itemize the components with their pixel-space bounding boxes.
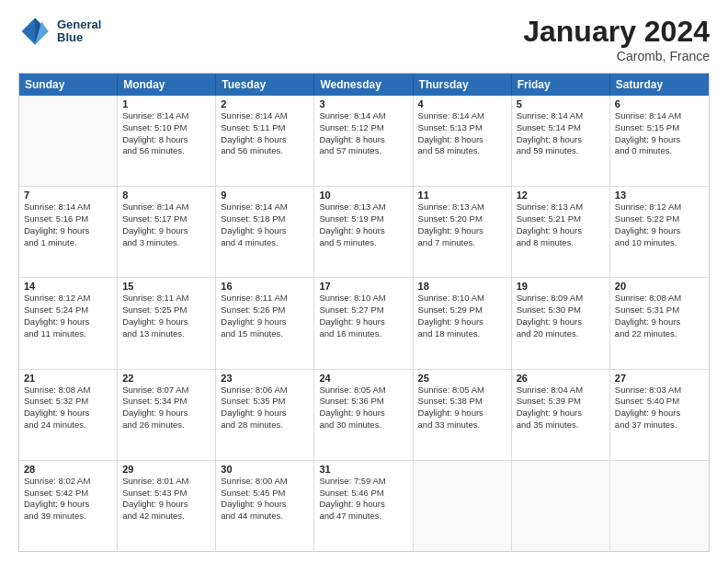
calendar-cell: 13Sunrise: 8:12 AMSunset: 5:22 PMDayligh… (610, 187, 709, 277)
cell-line: Sunrise: 8:08 AM (24, 385, 112, 396)
cell-line: Sunrise: 8:05 AM (418, 385, 506, 396)
weekday-header: Saturday (610, 74, 709, 96)
cell-line: and 7 minutes. (418, 237, 506, 249)
cell-line: Daylight: 9 hours (517, 316, 605, 328)
cell-line: and 56 minutes. (221, 145, 309, 157)
cell-line: and 42 minutes. (122, 511, 210, 523)
cell-line: Daylight: 9 hours (517, 225, 605, 237)
cell-line: Sunrise: 8:11 AM (122, 293, 210, 304)
weekday-header: Wednesday (314, 74, 413, 96)
day-number: 20 (615, 281, 704, 292)
month-title: January 2024 (523, 15, 710, 49)
cell-line: Daylight: 9 hours (221, 225, 309, 237)
calendar-cell: 24Sunrise: 8:05 AMSunset: 5:36 PMDayligh… (314, 370, 413, 460)
calendar-cell: 28Sunrise: 8:02 AMSunset: 5:42 PMDayligh… (19, 461, 118, 551)
cell-line: Sunset: 5:36 PM (319, 396, 407, 408)
calendar-cell (512, 461, 610, 551)
cell-line: Sunrise: 8:11 AM (221, 293, 309, 304)
cell-line: and 58 minutes. (418, 145, 506, 157)
cell-line: Sunset: 5:31 PM (615, 304, 704, 316)
day-number: 25 (418, 373, 506, 384)
calendar-cell: 30Sunrise: 8:00 AMSunset: 5:45 PMDayligh… (216, 461, 314, 551)
cell-line: Sunrise: 8:00 AM (221, 476, 309, 488)
cell-line: and 13 minutes. (122, 328, 210, 340)
calendar-cell: 19Sunrise: 8:09 AMSunset: 5:30 PMDayligh… (512, 278, 610, 368)
cell-line: Daylight: 9 hours (418, 316, 506, 328)
cell-line: Daylight: 9 hours (24, 225, 112, 237)
day-number: 7 (24, 190, 112, 201)
cell-line: Sunset: 5:10 PM (122, 122, 210, 134)
cell-line: Sunrise: 8:10 AM (319, 293, 407, 304)
cell-line: Sunrise: 8:14 AM (418, 110, 506, 122)
day-number: 12 (517, 190, 605, 201)
day-number: 28 (24, 464, 112, 475)
cell-line: Sunrise: 8:07 AM (122, 385, 210, 396)
day-number: 1 (122, 98, 210, 109)
cell-line: Daylight: 9 hours (221, 499, 309, 511)
day-number: 3 (319, 98, 407, 109)
cell-line: Sunrise: 8:14 AM (319, 110, 407, 122)
calendar-cell: 25Sunrise: 8:05 AMSunset: 5:38 PMDayligh… (414, 370, 512, 460)
calendar-cell: 16Sunrise: 8:11 AMSunset: 5:26 PMDayligh… (216, 278, 314, 368)
cell-line: Daylight: 9 hours (24, 499, 112, 511)
cell-line: Sunset: 5:39 PM (517, 396, 605, 408)
cell-line: Sunset: 5:35 PM (221, 396, 309, 408)
cell-line: Sunset: 5:42 PM (24, 488, 112, 500)
cell-line: Sunset: 5:21 PM (517, 213, 605, 225)
cell-line: Sunrise: 8:14 AM (122, 201, 210, 213)
cell-line: and 4 minutes. (221, 237, 309, 249)
calendar-cell: 29Sunrise: 8:01 AMSunset: 5:43 PMDayligh… (118, 461, 216, 551)
day-number: 16 (221, 281, 309, 292)
cell-line: Sunset: 5:32 PM (24, 396, 112, 408)
cell-line: and 59 minutes. (517, 145, 605, 157)
cell-line: Sunrise: 8:03 AM (615, 385, 704, 396)
cell-line: and 26 minutes. (122, 419, 210, 431)
cell-line: Sunset: 5:38 PM (418, 396, 506, 408)
calendar-cell: 7Sunrise: 8:14 AMSunset: 5:16 PMDaylight… (19, 187, 118, 277)
day-number: 4 (418, 98, 506, 109)
cell-line: Sunset: 5:29 PM (418, 304, 506, 316)
cell-line: Sunset: 5:25 PM (122, 304, 210, 316)
calendar-cell: 22Sunrise: 8:07 AMSunset: 5:34 PMDayligh… (118, 370, 216, 460)
calendar-cell: 2Sunrise: 8:14 AMSunset: 5:11 PMDaylight… (216, 96, 314, 186)
calendar-cell (414, 461, 512, 551)
day-number: 19 (517, 281, 605, 292)
cell-line: Sunset: 5:20 PM (418, 213, 506, 225)
calendar-row: 7Sunrise: 8:14 AMSunset: 5:16 PMDaylight… (19, 187, 709, 278)
weekday-header: Sunday (19, 74, 118, 96)
cell-line: Sunrise: 8:14 AM (221, 110, 309, 122)
cell-line: Daylight: 9 hours (319, 408, 407, 419)
cell-line: Daylight: 9 hours (615, 134, 704, 146)
cell-line: Sunset: 5:45 PM (221, 488, 309, 500)
cell-line: Sunrise: 8:06 AM (221, 385, 309, 396)
cell-line: Sunrise: 8:09 AM (517, 293, 605, 304)
cell-line: Daylight: 9 hours (615, 225, 704, 237)
cell-line: Sunset: 5:12 PM (319, 122, 407, 134)
day-number: 26 (517, 373, 605, 384)
cell-line: Sunset: 5:17 PM (122, 213, 210, 225)
day-number: 18 (418, 281, 506, 292)
cell-line: Sunset: 5:16 PM (24, 213, 112, 225)
cell-line: Daylight: 9 hours (418, 408, 506, 419)
calendar-cell: 31Sunrise: 7:59 AMSunset: 5:46 PMDayligh… (314, 461, 413, 551)
cell-line: Daylight: 8 hours (122, 134, 210, 146)
day-number: 23 (221, 373, 309, 384)
cell-line: Daylight: 8 hours (418, 134, 506, 146)
cell-line: and 0 minutes. (615, 145, 704, 157)
calendar-header: SundayMondayTuesdayWednesdayThursdayFrid… (19, 74, 709, 96)
cell-line: Daylight: 8 hours (221, 134, 309, 146)
day-number: 31 (319, 464, 407, 475)
cell-line: and 3 minutes. (122, 237, 210, 249)
calendar-cell: 15Sunrise: 8:11 AMSunset: 5:25 PMDayligh… (118, 278, 216, 368)
cell-line: and 15 minutes. (221, 328, 309, 340)
cell-line: Sunrise: 8:04 AM (517, 385, 605, 396)
calendar-row: 1Sunrise: 8:14 AMSunset: 5:10 PMDaylight… (19, 96, 709, 187)
cell-line: and 47 minutes. (319, 511, 407, 523)
cell-line: Sunset: 5:14 PM (517, 122, 605, 134)
day-number: 24 (319, 373, 407, 384)
cell-line: and 18 minutes. (418, 328, 506, 340)
cell-line: Sunrise: 8:10 AM (418, 293, 506, 304)
cell-line: Sunset: 5:40 PM (615, 396, 704, 408)
day-number: 5 (517, 98, 605, 109)
cell-line: and 44 minutes. (221, 511, 309, 523)
